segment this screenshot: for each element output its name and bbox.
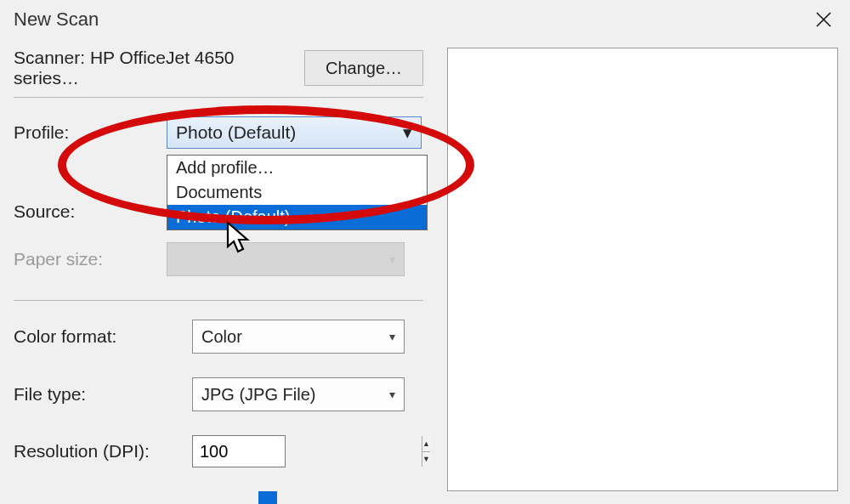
titlebar: New Scan: [0, 0, 850, 39]
chevron-down-icon: ▾: [389, 330, 395, 343]
chevron-down-icon: ▾: [389, 388, 395, 401]
spin-down-button[interactable]: ▼: [422, 451, 430, 467]
slider-thumb[interactable]: [258, 491, 277, 504]
separator: [14, 97, 423, 98]
change-scanner-button[interactable]: Change…: [304, 50, 423, 86]
close-icon: [816, 12, 831, 27]
resolution-label: Resolution (DPI):: [14, 441, 192, 462]
window-title: New Scan: [14, 8, 99, 31]
chevron-down-icon: ▾: [403, 122, 412, 143]
paper-size-combo: ▾: [167, 242, 405, 276]
separator: [14, 300, 423, 301]
resolution-input[interactable]: [193, 436, 422, 467]
profile-combo-value: Photo (Default): [176, 122, 296, 143]
chevron-down-icon: ▾: [389, 252, 395, 266]
file-type-label: File type:: [14, 384, 192, 405]
color-format-label: Color format:: [14, 326, 192, 347]
file-type-value: JPG (JPG File): [201, 385, 315, 405]
close-button[interactable]: [797, 0, 850, 39]
new-scan-dialog: New Scan Scanner: HP OfficeJet 4650 seri…: [0, 0, 850, 504]
file-type-combo[interactable]: JPG (JPG File) ▾: [192, 377, 405, 411]
profile-dropdown[interactable]: Add profile…DocumentsPhoto (Default): [167, 155, 428, 230]
profile-label: Profile:: [14, 122, 167, 143]
profile-option[interactable]: Documents: [167, 180, 427, 205]
spin-up-button[interactable]: ▲: [422, 436, 430, 451]
color-format-combo[interactable]: Color ▾: [192, 320, 405, 354]
profile-option[interactable]: Add profile…: [167, 156, 427, 180]
profile-option[interactable]: Photo (Default): [167, 205, 427, 229]
profile-combo[interactable]: Photo (Default) ▾: [167, 116, 422, 149]
paper-size-label: Paper size:: [14, 249, 167, 269]
color-format-value: Color: [201, 327, 242, 347]
source-label: Source:: [14, 201, 167, 222]
settings-panel: Scanner: HP OfficeJet 4650 series… Chang…: [0, 39, 432, 491]
preview-area: [447, 48, 838, 491]
scanner-label: Scanner: HP OfficeJet 4650 series…: [14, 48, 304, 88]
resolution-spinner[interactable]: ▲ ▼: [192, 435, 286, 467]
